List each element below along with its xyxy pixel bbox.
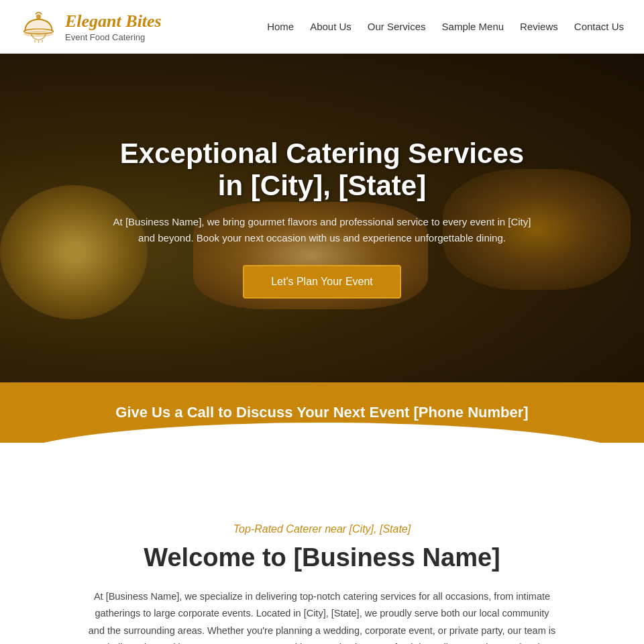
nav-reviews[interactable]: Reviews bbox=[520, 21, 558, 32]
logo-subtitle: Event Food Catering bbox=[65, 32, 162, 42]
nav-menu[interactable]: Sample Menu bbox=[442, 21, 504, 32]
hero-section: Exceptional Catering Services in [City],… bbox=[0, 54, 644, 382]
site-header: Elegant Bites Event Food Catering Home A… bbox=[0, 0, 644, 54]
about-section: Top-Rated Caterer near [City], [State] W… bbox=[0, 476, 644, 644]
hero-title: Exceptional Catering Services in [City],… bbox=[107, 138, 537, 203]
nav-services[interactable]: Our Services bbox=[368, 21, 426, 32]
about-body: At [Business Name], we specialize in del… bbox=[87, 588, 557, 644]
logo-title: Elegant Bites bbox=[65, 11, 162, 32]
logo-icon bbox=[20, 8, 57, 45]
hero-cta-button[interactable]: Let's Plan Your Event bbox=[243, 265, 401, 299]
svg-rect-2 bbox=[36, 14, 41, 19]
nav-contact[interactable]: Contact Us bbox=[574, 21, 624, 32]
hero-subtitle: At [Business Name], we bring gourmet fla… bbox=[107, 214, 537, 246]
logo-text: Elegant Bites Event Food Catering bbox=[65, 11, 162, 42]
hero-content: Exceptional Catering Services in [City],… bbox=[54, 138, 590, 299]
about-title: Welcome to [Business Name] bbox=[67, 543, 577, 572]
call-banner-text: Give Us a Call to Discuss Your Next Even… bbox=[13, 404, 631, 421]
logo-area: Elegant Bites Event Food Catering bbox=[20, 8, 162, 45]
call-banner: Give Us a Call to Discuss Your Next Even… bbox=[0, 382, 644, 443]
nav-about[interactable]: About Us bbox=[310, 21, 352, 32]
nav-home[interactable]: Home bbox=[267, 21, 294, 32]
main-nav: Home About Us Our Services Sample Menu R… bbox=[267, 21, 624, 32]
curve-spacer bbox=[0, 443, 644, 476]
about-tagline: Top-Rated Caterer near [City], [State] bbox=[67, 523, 577, 535]
